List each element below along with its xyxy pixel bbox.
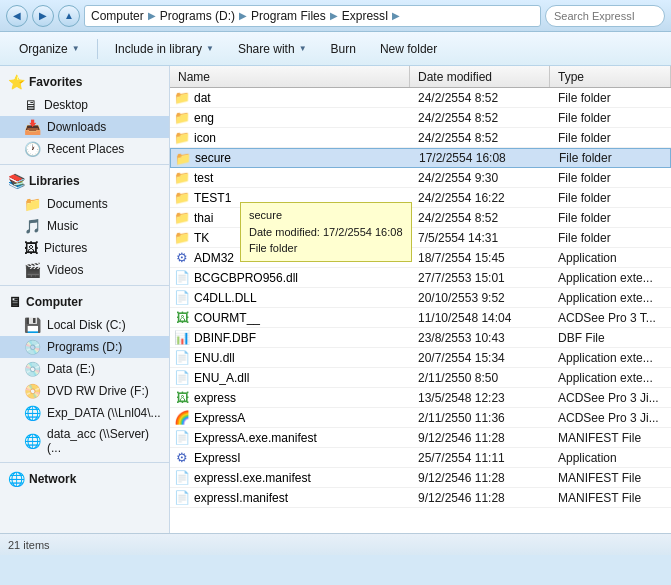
sidebar-item-recent-places[interactable]: 🕐 Recent Places bbox=[0, 138, 169, 160]
path-arrow-4: ▶ bbox=[392, 10, 400, 21]
file-date-cell: 7/5/2554 14:31 bbox=[410, 231, 550, 245]
file-name-cell: 📄 expressI.exe.manifest bbox=[170, 470, 410, 486]
organize-dropdown-icon: ▼ bbox=[72, 44, 80, 53]
path-segment[interactable]: Programs (D:) bbox=[160, 9, 235, 23]
file-type-cell: MANIFEST File bbox=[550, 431, 671, 445]
libraries-icon: 📚 bbox=[8, 173, 25, 189]
sidebar-item-pictures[interactable]: 🖼 Pictures bbox=[0, 237, 169, 259]
file-name-cell: 🌈 ExpressA bbox=[170, 410, 410, 426]
sidebar-item-data-e[interactable]: 💿 Data (E:) bbox=[0, 358, 169, 380]
file-type-cell: Application exte... bbox=[550, 271, 671, 285]
table-row[interactable]: 📁 secure 17/2/2554 16:08 File folder bbox=[170, 148, 671, 168]
file-name-cell: 🖼 express bbox=[170, 390, 410, 406]
path-segment[interactable]: Computer bbox=[91, 9, 144, 23]
table-row[interactable]: 📁 eng 24/2/2554 8:52 File folder bbox=[170, 108, 671, 128]
file-date-cell: 25/7/2554 11:11 bbox=[410, 451, 550, 465]
burn-button[interactable]: Burn bbox=[320, 36, 367, 62]
file-name-label: ENU.dll bbox=[194, 351, 235, 365]
organize-button[interactable]: Organize ▼ bbox=[8, 36, 91, 62]
col-header-type[interactable]: Type bbox=[550, 66, 671, 87]
file-type-icon: 📁 bbox=[174, 130, 190, 146]
sidebar-item-music[interactable]: 🎵 Music bbox=[0, 215, 169, 237]
table-row[interactable]: 📊 DBINF.DBF 23/8/2553 10:43 DBF File bbox=[170, 328, 671, 348]
table-row[interactable]: ⚙ ADM32 18/7/2554 15:45 Application bbox=[170, 248, 671, 268]
recent-places-icon: 🕐 bbox=[24, 141, 41, 157]
sidebar-item-desktop[interactable]: 🖥 Desktop bbox=[0, 94, 169, 116]
include-library-button[interactable]: Include in library ▼ bbox=[104, 36, 225, 62]
file-name-label: test bbox=[194, 171, 213, 185]
path-segment[interactable]: ExpressI bbox=[342, 9, 389, 23]
sidebar-item-downloads[interactable]: 📥 Downloads bbox=[0, 116, 169, 138]
file-name-cell: 📁 eng bbox=[170, 110, 410, 126]
new-folder-button[interactable]: New folder bbox=[369, 36, 448, 62]
favorites-header[interactable]: ⭐ Favorites bbox=[0, 70, 169, 94]
videos-icon: 🎬 bbox=[24, 262, 41, 278]
table-row[interactable]: 📁 TEST1 24/2/2554 16:22 File folder bbox=[170, 188, 671, 208]
file-name-label: expressI.exe.manifest bbox=[194, 471, 311, 485]
table-row[interactable]: 🌈 ExpressA 2/11/2550 11:36 ACDSee Pro 3 … bbox=[170, 408, 671, 428]
file-name-cell: 📁 thai bbox=[170, 210, 410, 226]
sidebar-item-local-disk-c[interactable]: 💾 Local Disk (C:) bbox=[0, 314, 169, 336]
table-row[interactable]: 📁 test 24/2/2554 9:30 File folder bbox=[170, 168, 671, 188]
file-name-cell: 📁 icon bbox=[170, 130, 410, 146]
path-segment[interactable]: Program Files bbox=[251, 9, 326, 23]
sidebar-divider-2 bbox=[0, 285, 169, 286]
file-date-cell: 17/2/2554 16:08 bbox=[411, 151, 551, 165]
table-row[interactable]: 📁 thai 24/2/2554 8:52 File folder bbox=[170, 208, 671, 228]
file-date-cell: 9/12/2546 11:28 bbox=[410, 491, 550, 505]
file-list[interactable]: 📁 dat 24/2/2554 8:52 File folder 📁 eng 2… bbox=[170, 88, 671, 533]
sidebar-item-videos[interactable]: 🎬 Videos bbox=[0, 259, 169, 281]
share-with-button[interactable]: Share with ▼ bbox=[227, 36, 318, 62]
file-type-cell: File folder bbox=[550, 231, 671, 245]
table-row[interactable]: 🖼 express 13/5/2548 12:23 ACDSee Pro 3 J… bbox=[170, 388, 671, 408]
computer-header[interactable]: 🖥 Computer bbox=[0, 290, 169, 314]
exp-data-icon: 🌐 bbox=[24, 405, 41, 421]
file-name-cell: 📊 DBINF.DBF bbox=[170, 330, 410, 346]
libraries-header[interactable]: 📚 Libraries bbox=[0, 169, 169, 193]
sidebar-item-programs-d[interactable]: 💿 Programs (D:) bbox=[0, 336, 169, 358]
up-button[interactable]: ▲ bbox=[58, 5, 80, 27]
sidebar-item-dvd-f[interactable]: 📀 DVD RW Drive (F:) bbox=[0, 380, 169, 402]
file-type-icon: 🖼 bbox=[174, 390, 190, 406]
table-row[interactable]: 📄 C4DLL.DLL 20/10/2553 9:52 Application … bbox=[170, 288, 671, 308]
table-row[interactable]: 📄 expressI.manifest 9/12/2546 11:28 MANI… bbox=[170, 488, 671, 508]
col-header-date[interactable]: Date modified bbox=[410, 66, 550, 87]
network-header[interactable]: 🌐 Network bbox=[0, 467, 169, 491]
main-layout: ⭐ Favorites 🖥 Desktop 📥 Downloads 🕐 Rece… bbox=[0, 66, 671, 533]
table-row[interactable]: 📁 icon 24/2/2554 8:52 File folder bbox=[170, 128, 671, 148]
forward-button[interactable]: ▶ bbox=[32, 5, 54, 27]
address-path[interactable]: Computer ▶ Programs (D:) ▶ Program Files… bbox=[84, 5, 541, 27]
file-name-cell: 📄 expressI.manifest bbox=[170, 490, 410, 506]
table-row[interactable]: 📄 ExpressA.exe.manifest 9/12/2546 11:28 … bbox=[170, 428, 671, 448]
local-disk-c-icon: 💾 bbox=[24, 317, 41, 333]
table-row[interactable]: 📁 TK 7/5/2554 14:31 File folder bbox=[170, 228, 671, 248]
sidebar-item-data-acc[interactable]: 🌐 data_acc (\\Server) (... bbox=[0, 424, 169, 458]
table-row[interactable]: 📄 ENU_A.dll 2/11/2550 8:50 Application e… bbox=[170, 368, 671, 388]
status-text: 21 items bbox=[8, 539, 50, 551]
file-name-cell: 📄 ENU_A.dll bbox=[170, 370, 410, 386]
table-row[interactable]: 📄 ENU.dll 20/7/2554 15:34 Application ex… bbox=[170, 348, 671, 368]
sidebar-item-exp-data[interactable]: 🌐 Exp_DATA (\\Lnl04\... bbox=[0, 402, 169, 424]
file-type-cell: File folder bbox=[550, 191, 671, 205]
data-acc-icon: 🌐 bbox=[24, 433, 41, 449]
table-row[interactable]: 📄 expressI.exe.manifest 9/12/2546 11:28 … bbox=[170, 468, 671, 488]
col-header-name[interactable]: Name bbox=[170, 66, 410, 87]
column-headers: Name Date modified Type bbox=[170, 66, 671, 88]
content-area: Name Date modified Type 📁 dat 24/2/2554 … bbox=[170, 66, 671, 533]
back-button[interactable]: ◀ bbox=[6, 5, 28, 27]
file-type-icon: 📄 bbox=[174, 270, 190, 286]
file-type-icon: 📁 bbox=[174, 190, 190, 206]
search-input[interactable] bbox=[545, 5, 665, 27]
table-row[interactable]: ⚙ ExpressI 25/7/2554 11:11 Application bbox=[170, 448, 671, 468]
table-row[interactable]: 📄 BCGCBPRO956.dll 27/7/2553 15:01 Applic… bbox=[170, 268, 671, 288]
downloads-icon: 📥 bbox=[24, 119, 41, 135]
file-name-label: BCGCBPRO956.dll bbox=[194, 271, 298, 285]
file-type-cell: Application exte... bbox=[550, 291, 671, 305]
table-row[interactable]: 🖼 COURMT__ 11/10/2548 14:04 ACDSee Pro 3… bbox=[170, 308, 671, 328]
file-type-icon: 📁 bbox=[174, 210, 190, 226]
file-type-icon: 📄 bbox=[174, 490, 190, 506]
file-name-cell: 📁 TK bbox=[170, 230, 410, 246]
sidebar-item-documents[interactable]: 📁 Documents bbox=[0, 193, 169, 215]
file-type-cell: MANIFEST File bbox=[550, 471, 671, 485]
table-row[interactable]: 📁 dat 24/2/2554 8:52 File folder bbox=[170, 88, 671, 108]
